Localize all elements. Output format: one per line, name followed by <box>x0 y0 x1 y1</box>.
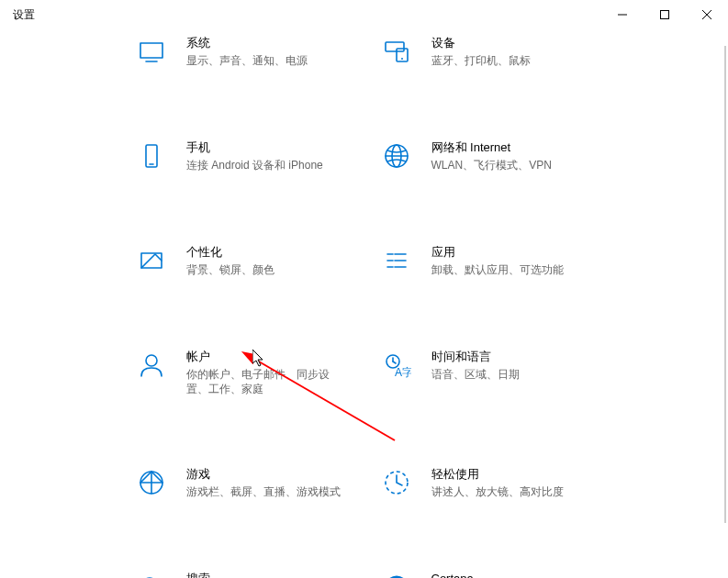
accounts-icon <box>133 347 170 383</box>
cortana-icon <box>378 569 415 578</box>
category-subtitle: 连接 Android 设备和 iPhone <box>186 158 323 172</box>
category-tile-network[interactable]: 网络和 InternetWLAN、飞行模式、VPN <box>378 138 596 174</box>
category-tile-personalization[interactable]: 个性化背景、锁屏、颜色 <box>133 242 351 279</box>
category-tile-accounts[interactable]: 帐户你的帐户、电子邮件、同步设置、工作、家庭 <box>133 347 351 396</box>
network-icon <box>378 138 415 174</box>
system-icon <box>133 33 170 70</box>
category-tile-system[interactable]: 系统显示、声音、通知、电源 <box>133 33 351 70</box>
category-subtitle: 卸载、默认应用、可选功能 <box>431 262 564 277</box>
scrollbar[interactable] <box>724 46 726 523</box>
svg-line-24 <box>393 361 396 363</box>
personalization-icon <box>133 242 170 279</box>
category-title: 游戏 <box>186 466 341 483</box>
category-title: 搜索 <box>186 571 286 578</box>
category-title: 应用 <box>431 244 564 261</box>
category-subtitle: 蓝牙、打印机、鼠标 <box>431 53 531 68</box>
search-icon <box>133 569 170 578</box>
category-title: 帐户 <box>186 349 351 365</box>
category-subtitle: 讲述人、放大镜、高对比度 <box>431 484 564 499</box>
category-title: 个性化 <box>186 244 274 261</box>
category-subtitle: 显示、声音、通知、电源 <box>186 53 308 68</box>
category-tile-apps[interactable]: 应用卸载、默认应用、可选功能 <box>378 242 596 279</box>
category-title: 网络和 Internet <box>431 139 552 156</box>
category-tile-devices[interactable]: 设备蓝牙、打印机、鼠标 <box>378 33 596 70</box>
category-title: 时间和语言 <box>431 349 520 365</box>
category-tile-cortana[interactable]: CortanaCortana 语言、权限、通知 <box>378 569 596 578</box>
category-subtitle: 语音、区域、日期 <box>431 367 520 382</box>
maximize-button[interactable] <box>644 0 686 29</box>
window-controls <box>601 0 728 29</box>
time-language-icon: A字 <box>378 347 415 383</box>
ease-icon <box>378 464 415 501</box>
svg-rect-6 <box>386 42 404 51</box>
gaming-icon <box>133 464 170 501</box>
category-tile-gaming[interactable]: 游戏游戏栏、截屏、直播、游戏模式 <box>133 464 351 501</box>
category-subtitle: WLAN、飞行模式、VPN <box>431 158 552 172</box>
minimize-button[interactable] <box>601 0 644 29</box>
category-title: 手机 <box>186 139 323 156</box>
window-title: 设置 <box>13 7 35 23</box>
svg-point-21 <box>146 355 157 366</box>
category-title: 轻松使用 <box>431 466 564 483</box>
svg-text:A字: A字 <box>395 366 411 379</box>
category-tile-search[interactable]: 搜索查找我的文件、权限 <box>133 569 351 578</box>
category-title: Cortana <box>431 571 562 578</box>
category-title: 系统 <box>186 35 308 51</box>
apps-icon <box>378 242 415 279</box>
category-subtitle: 背景、锁屏、颜色 <box>186 262 274 277</box>
category-tile-ease[interactable]: 轻松使用讲述人、放大镜、高对比度 <box>378 464 596 501</box>
category-subtitle: 你的帐户、电子邮件、同步设置、工作、家庭 <box>186 367 351 396</box>
category-tile-time-language[interactable]: A字时间和语言语音、区域、日期 <box>378 347 596 396</box>
svg-point-8 <box>401 58 403 60</box>
category-subtitle: 游戏栏、截屏、直播、游戏模式 <box>186 484 341 499</box>
phone-icon <box>133 138 170 174</box>
devices-icon <box>378 33 415 70</box>
close-button[interactable] <box>686 0 728 29</box>
category-tile-phone[interactable]: 手机连接 Android 设备和 iPhone <box>133 138 351 174</box>
category-title: 设备 <box>431 35 531 51</box>
svg-rect-1 <box>661 11 669 19</box>
svg-rect-4 <box>140 43 162 58</box>
